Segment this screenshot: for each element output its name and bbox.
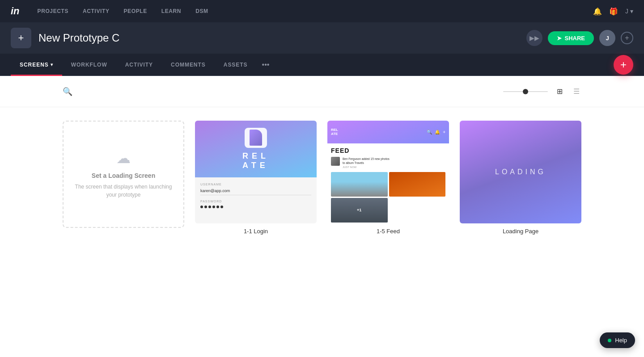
grid-icon: ⊞ (557, 88, 563, 95)
loading-thumbnail: LOADING (460, 121, 581, 223)
post-avatar (331, 157, 340, 166)
play-icon: ▶▶ (530, 34, 539, 42)
share-button[interactable]: ➤ SHARE (548, 31, 594, 45)
feed-content-section: FEED Ben Ferguson added 15 new photos to… (327, 143, 449, 223)
zoom-control[interactable] (503, 91, 548, 92)
feed-plus-icon: + (443, 130, 445, 134)
dot-2 (204, 206, 207, 208)
logo: in (11, 5, 20, 17)
feed-title: FEED (331, 147, 445, 154)
feed-thumbnail: REL ATE 🔍 🔔 + FEED Be (327, 121, 449, 223)
tab-screens[interactable]: SCREENS ▾ (11, 54, 62, 76)
list-view-button[interactable]: ☰ (572, 85, 581, 97)
empty-card-title: Set a Loading Screen (92, 172, 155, 179)
login-logo (245, 128, 267, 148)
add-screen-button[interactable]: + (11, 28, 31, 48)
feed-header-icons: 🔍 🔔 + (427, 130, 445, 134)
dot-6 (220, 206, 223, 208)
dot-4 (212, 206, 215, 208)
login-brand: RELATE (242, 151, 269, 170)
zoom-thumb[interactable] (523, 89, 528, 94)
feed-image-2 (389, 172, 446, 197)
login-form-section: USERNAME karen@app.com PASSWORD (195, 177, 317, 224)
zoom-track[interactable] (503, 91, 548, 92)
project-header-right: ▶▶ ➤ SHARE J + (526, 30, 633, 46)
loading-text: LOADING (495, 168, 546, 176)
login-thumbnail: RELATE USERNAME karen@app.com PASSWORD (195, 121, 317, 223)
empty-card-description: The screen that displays when launching … (74, 183, 173, 199)
username-label: USERNAME (200, 183, 311, 186)
fab-add-button[interactable]: + (614, 55, 633, 75)
sub-navigation: SCREENS ▾ WORKFLOW ACTIVITY COMMENTS ASS… (0, 54, 644, 76)
feed-header-section: REL ATE 🔍 🔔 + (327, 121, 449, 143)
post-info: Ben Ferguson added 15 new photos to albu… (343, 157, 390, 168)
avatar[interactable]: J (599, 30, 615, 46)
loading-preview: LOADING (460, 121, 581, 223)
password-dots (200, 206, 311, 208)
search-button[interactable]: 🔍 (63, 87, 72, 97)
nav-activity[interactable]: ACTIVITY (83, 8, 109, 14)
login-top-section: RELATE (195, 121, 317, 177)
share-icon: ➤ (557, 35, 562, 42)
nav-learn[interactable]: LEARN (161, 8, 181, 14)
tab-workflow[interactable]: WORKFLOW (62, 54, 116, 76)
more-tabs-button[interactable]: ••• (257, 61, 275, 69)
tab-activity[interactable]: ACTIVITY (116, 54, 162, 76)
feed-search-icon: 🔍 (427, 130, 432, 134)
toolbar-right: ⊞ ☰ (503, 85, 581, 97)
empty-card-container[interactable]: ☁ Set a Loading Screen The screen that d… (63, 121, 184, 228)
gift-icon[interactable]: 🎁 (609, 7, 618, 16)
nav-dsm[interactable]: DSM (195, 8, 208, 14)
grid-view-button[interactable]: ⊞ (555, 85, 564, 97)
feed-image-grid: +1 (331, 172, 445, 223)
screen-card-login[interactable]: RELATE USERNAME karen@app.com PASSWORD (195, 121, 317, 235)
top-nav-links: PROJECTS ACTIVITY PEOPLE LEARN DSM (38, 8, 593, 14)
dot-1 (200, 206, 203, 208)
upload-cloud-icon: ☁ (116, 150, 131, 167)
login-preview: RELATE USERNAME karen@app.com PASSWORD (195, 121, 317, 223)
screen-card-feed[interactable]: REL ATE 🔍 🔔 + FEED Be (327, 121, 449, 235)
screen-name-feed: 1-5 Feed (377, 228, 400, 235)
list-icon: ☰ (573, 88, 580, 95)
bell-icon[interactable]: 🔔 (593, 7, 602, 16)
username-value: karen@app.com (200, 189, 311, 195)
feed-bell-icon: 🔔 (435, 130, 440, 134)
feed-image-overlay: +1 (331, 198, 388, 223)
top-nav-right: 🔔 🎁 J ▾ (593, 7, 633, 16)
feed-logo-text: REL ATE (331, 128, 338, 136)
dot-3 (208, 206, 211, 208)
chevron-down-icon: ▾ (51, 62, 53, 67)
sub-nav-wrapper: SCREENS ▾ WORKFLOW ACTIVITY COMMENTS ASS… (0, 54, 644, 76)
project-title: New Prototype C (38, 32, 519, 44)
add-member-button[interactable]: + (621, 32, 633, 44)
feed-preview: REL ATE 🔍 🔔 + FEED Be (327, 121, 449, 223)
user-menu[interactable]: J ▾ (625, 8, 633, 15)
tab-comments[interactable]: COMMENTS (162, 54, 215, 76)
help-status-dot (608, 339, 611, 342)
nav-people[interactable]: PEOPLE (124, 8, 147, 14)
plus-icon: + (18, 32, 24, 44)
top-navigation: in PROJECTS ACTIVITY PEOPLE LEARN DSM 🔔 … (0, 0, 644, 22)
feed-post: Ben Ferguson added 15 new photos to albu… (331, 157, 445, 168)
screen-name-loading: Loading Page (503, 228, 538, 235)
help-button[interactable]: Help (600, 332, 635, 348)
toolbar: 🔍 ⊞ ☰ (0, 76, 644, 107)
screen-card-loading[interactable]: LOADING Loading Page (460, 121, 581, 235)
feed-image-3: +1 (331, 198, 388, 223)
screens-grid: ☁ Set a Loading Screen The screen that d… (0, 107, 644, 248)
screen-name-login: 1-1 Login (244, 228, 268, 235)
empty-screen-card[interactable]: ☁ Set a Loading Screen The screen that d… (63, 121, 184, 235)
project-header: + New Prototype C ▶▶ ➤ SHARE J + (0, 22, 644, 54)
search-icon: 🔍 (63, 87, 72, 96)
help-label: Help (615, 337, 627, 344)
post-time: JUST NOW (343, 166, 390, 168)
plus-icon: + (620, 59, 627, 71)
post-text: Ben Ferguson added 15 new photos to albu… (343, 157, 390, 165)
nav-projects[interactable]: PROJECTS (38, 8, 68, 14)
login-logo-shape (250, 130, 262, 146)
preview-button[interactable]: ▶▶ (526, 30, 542, 46)
feed-image-1 (331, 172, 388, 197)
password-label: PASSWORD (200, 200, 311, 203)
tab-assets[interactable]: ASSETS (215, 54, 257, 76)
dot-5 (216, 206, 219, 208)
